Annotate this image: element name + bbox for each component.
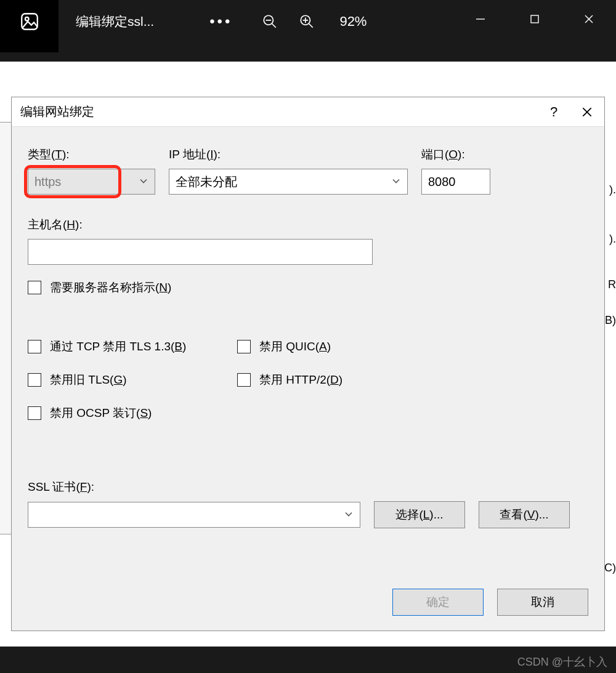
type-value: https: [34, 175, 61, 189]
ip-label: IP 地址(I):: [169, 147, 408, 163]
disable-quic-checkbox[interactable]: 禁用 QUIC(A): [237, 339, 447, 355]
type-select: https: [28, 169, 155, 195]
ssl-cert-select[interactable]: [28, 502, 360, 528]
select-cert-button[interactable]: 选择(L)...: [374, 501, 465, 528]
edit-binding-dialog: 编辑网站绑定 ? 类型(T): https: [11, 97, 605, 631]
app-titlebar: 编辑绑定ssl... ••• 92%: [0, 0, 616, 43]
http2-label: 禁用 HTTP/2(D): [259, 372, 342, 388]
disable-http2-checkbox[interactable]: 禁用 HTTP/2(D): [237, 372, 447, 388]
background-left-strip: [0, 122, 11, 534]
dialog-help-button[interactable]: ?: [538, 104, 570, 120]
ok-button[interactable]: 确定: [392, 589, 484, 616]
dialog-title: 编辑网站绑定: [20, 103, 94, 120]
checkbox-icon: [28, 281, 41, 294]
minimize-button[interactable]: [453, 0, 508, 38]
ocsp-label: 禁用 OCSP 装订(S): [50, 405, 152, 421]
checkbox-icon: [237, 340, 251, 353]
port-input[interactable]: [421, 169, 490, 195]
dialog-close-button[interactable]: [570, 97, 604, 127]
ip-select[interactable]: 全部未分配: [169, 169, 408, 195]
zoom-out-icon[interactable]: [262, 14, 278, 30]
oldtls-label: 禁用旧 TLS(G): [50, 372, 127, 388]
disable-tls13-checkbox[interactable]: 通过 TCP 禁用 TLS 1.3(B): [28, 339, 237, 355]
checkbox-icon: [28, 373, 41, 387]
checkbox-icon: [28, 406, 41, 420]
close-button[interactable]: [562, 0, 616, 38]
sni-label: 需要服务器名称指示(N): [50, 280, 171, 296]
bg-fragment: C): [604, 562, 616, 574]
app-title: 编辑绑定ssl...: [76, 13, 154, 30]
maximize-button[interactable]: [508, 0, 562, 38]
ssl-cert-label: SSL 证书(F):: [28, 479, 588, 495]
more-icon[interactable]: •••: [209, 13, 232, 30]
watermark: CSDN @十幺卜入: [517, 655, 607, 669]
cancel-button[interactable]: 取消: [497, 589, 588, 616]
bg-fragment: R: [608, 278, 616, 291]
view-cert-button[interactable]: 查看(V)...: [479, 501, 570, 528]
port-label: 端口(O):: [421, 147, 490, 163]
checkbox-icon: [237, 373, 251, 387]
disable-old-tls-checkbox[interactable]: 禁用旧 TLS(G): [28, 372, 237, 388]
svg-point-1: [25, 17, 28, 21]
quic-label: 禁用 QUIC(A): [259, 339, 331, 355]
bg-fragment: B): [605, 314, 616, 327]
svg-rect-0: [22, 14, 38, 30]
chevron-down-icon: [344, 508, 354, 522]
host-input[interactable]: [28, 239, 373, 265]
type-label: 类型(T):: [28, 147, 155, 163]
zoom-percent: 92%: [339, 14, 367, 30]
ip-value: 全部未分配: [176, 174, 237, 190]
svg-rect-4: [531, 15, 538, 23]
checkbox-icon: [28, 340, 41, 353]
thumbnail-icon[interactable]: [0, 0, 59, 52]
chevron-down-icon: [391, 175, 401, 189]
bg-fragment: ).: [609, 233, 616, 246]
chevron-down-icon: [139, 175, 148, 189]
sni-checkbox[interactable]: 需要服务器名称指示(N): [28, 280, 588, 296]
host-label: 主机名(H):: [28, 217, 588, 233]
zoom-in-icon[interactable]: [299, 14, 315, 30]
disable-ocsp-checkbox[interactable]: 禁用 OCSP 装订(S): [28, 405, 237, 421]
bg-fragment: ).: [609, 183, 616, 196]
dialog-titlebar: 编辑网站绑定 ?: [12, 97, 604, 127]
tls13-label: 通过 TCP 禁用 TLS 1.3(B): [50, 339, 186, 355]
